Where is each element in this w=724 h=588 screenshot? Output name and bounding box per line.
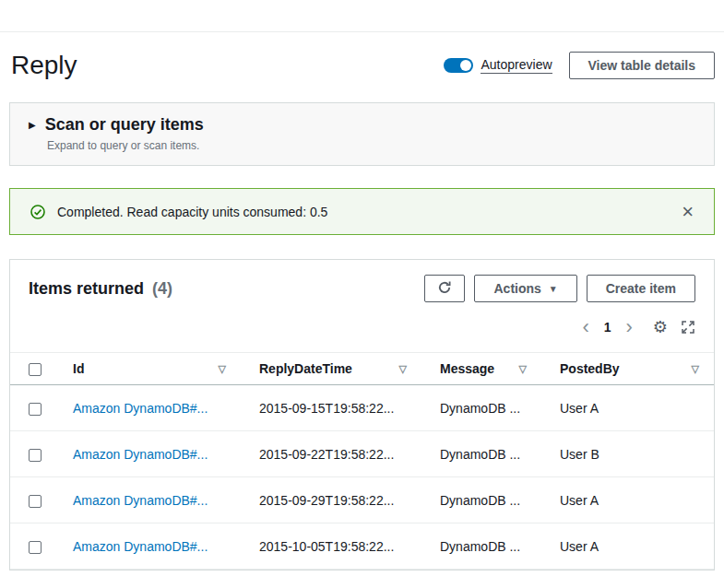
page-header: Reply Autopreview View table details <box>0 32 724 95</box>
actions-label: Actions <box>493 281 540 296</box>
row-checkbox[interactable] <box>29 449 42 462</box>
cell-reply-datetime: 2015-09-22T19:58:22... <box>241 447 421 462</box>
cell-posted-by: User A <box>541 401 714 416</box>
cell-id: Amazon DynamoDB#... <box>54 493 241 508</box>
items-returned-panel: Items returned (4) Actions ▼ Create <box>9 259 715 570</box>
column-header-postedby[interactable]: PostedBy ▽ <box>541 361 714 376</box>
scan-panel-subtitle: Expand to query or scan items. <box>47 139 695 152</box>
header-checkbox-cell <box>10 361 54 376</box>
sort-icon[interactable]: ▽ <box>399 363 407 375</box>
items-panel-buttons: Actions ▼ Create item <box>424 275 695 302</box>
autopreview-label: Autopreview <box>481 57 552 74</box>
table-utility-row: ‹ 1 › ⚙ <box>10 308 714 352</box>
table-row: Amazon DynamoDB#... 2015-09-22T19:58:22.… <box>10 431 714 477</box>
cell-id: Amazon DynamoDB#... <box>54 539 241 554</box>
page: Reply Autopreview View table details ▶ S… <box>0 0 724 588</box>
sort-icon[interactable]: ▽ <box>519 363 527 375</box>
column-label-postedby: PostedBy <box>560 361 620 376</box>
page-title: Reply <box>11 51 77 80</box>
scan-panel-title: Scan or query items <box>45 115 204 135</box>
sort-icon[interactable]: ▽ <box>692 363 699 375</box>
column-label-replydatetime: ReplyDateTime <box>259 361 352 376</box>
row-checkbox-cell <box>10 538 54 553</box>
select-all-checkbox[interactable] <box>29 363 42 376</box>
cell-posted-by: User A <box>541 493 714 508</box>
cell-message: DynamoDB ... <box>421 401 541 416</box>
column-label-id: Id <box>73 361 84 376</box>
expand-triangle-icon: ▶ <box>29 120 36 130</box>
item-id-link[interactable]: Amazon DynamoDB#... <box>73 447 208 462</box>
cell-reply-datetime: 2015-09-29T19:58:22... <box>241 493 421 508</box>
cell-message: DynamoDB ... <box>421 447 541 462</box>
column-header-id[interactable]: Id ▽ <box>54 361 241 376</box>
items-returned-label: Items returned <box>29 279 144 298</box>
view-table-details-button[interactable]: View table details <box>569 52 715 79</box>
items-count: (4) <box>152 279 172 298</box>
scan-query-panel[interactable]: ▶ Scan or query items Expand to query or… <box>9 102 715 166</box>
item-id-link[interactable]: Amazon DynamoDB#... <box>73 493 208 508</box>
cell-id: Amazon DynamoDB#... <box>54 401 241 416</box>
row-checkbox[interactable] <box>29 403 42 416</box>
create-item-button[interactable]: Create item <box>587 275 695 302</box>
items-returned-title: Items returned (4) <box>29 279 172 299</box>
table-row: Amazon DynamoDB#... 2015-10-05T19:58:22.… <box>10 523 714 570</box>
items-panel-header: Items returned (4) Actions ▼ Create <box>10 260 714 308</box>
fullscreen-expand-icon[interactable] <box>681 320 695 335</box>
close-icon[interactable]: × <box>682 202 694 222</box>
table-row: Amazon DynamoDB#... 2015-09-29T19:58:22.… <box>10 477 714 523</box>
column-label-message: Message <box>440 361 494 376</box>
cell-reply-datetime: 2015-10-05T19:58:22... <box>241 539 421 554</box>
page-number[interactable]: 1 <box>602 320 613 335</box>
cell-reply-datetime: 2015-09-15T19:58:22... <box>241 401 421 416</box>
actions-button[interactable]: Actions ▼ <box>474 275 576 302</box>
cell-posted-by: User A <box>541 539 714 554</box>
top-bar <box>0 0 724 32</box>
item-id-link[interactable]: Amazon DynamoDB#... <box>73 401 208 416</box>
alert-message: Completed. Read capacity units consumed:… <box>57 205 327 219</box>
success-check-icon <box>30 205 45 219</box>
cell-message: DynamoDB ... <box>421 493 541 508</box>
header-actions: Autopreview View table details <box>444 52 715 79</box>
item-id-link[interactable]: Amazon DynamoDB#... <box>73 539 208 554</box>
autopreview-toggle[interactable]: Autopreview <box>444 57 552 74</box>
scan-panel-header[interactable]: ▶ Scan or query items <box>29 115 695 135</box>
cell-posted-by: User B <box>541 447 714 462</box>
cell-message: DynamoDB ... <box>421 539 541 554</box>
toggle-switch-icon[interactable] <box>444 58 473 73</box>
caret-down-icon: ▼ <box>549 284 558 294</box>
table-row: Amazon DynamoDB#... 2015-09-15T19:58:22.… <box>10 385 714 431</box>
table-header-row: Id ▽ ReplyDateTime ▽ Message ▽ PostedBy … <box>10 352 714 385</box>
column-header-message[interactable]: Message ▽ <box>421 361 541 376</box>
row-checkbox-cell <box>10 492 54 507</box>
success-alert: Completed. Read capacity units consumed:… <box>9 188 715 235</box>
next-page-icon[interactable]: › <box>626 320 633 335</box>
refresh-icon <box>437 280 452 298</box>
sort-icon[interactable]: ▽ <box>219 363 226 375</box>
cell-id: Amazon DynamoDB#... <box>54 447 241 462</box>
row-checkbox[interactable] <box>29 541 42 554</box>
row-checkbox[interactable] <box>29 495 42 508</box>
row-checkbox-cell <box>10 400 54 415</box>
previous-page-icon[interactable]: ‹ <box>582 320 588 335</box>
gear-icon[interactable]: ⚙ <box>653 319 668 335</box>
refresh-button[interactable] <box>424 275 465 302</box>
row-checkbox-cell <box>10 446 54 461</box>
column-header-replydatetime[interactable]: ReplyDateTime ▽ <box>241 361 421 376</box>
